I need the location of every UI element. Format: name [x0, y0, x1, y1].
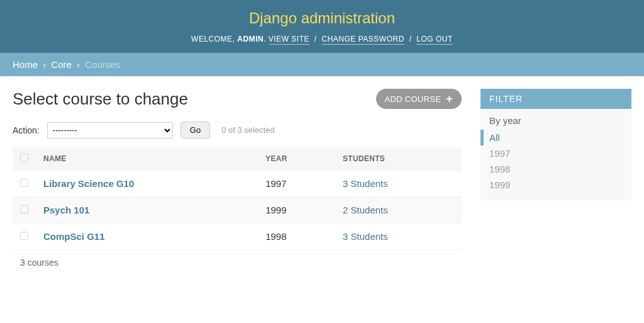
row-checkbox[interactable]: [20, 179, 28, 187]
breadcrumb-current: Courses: [85, 59, 120, 70]
add-button-label: ADD COURSE: [385, 94, 441, 104]
select-all-header: [13, 147, 36, 171]
row-name-cell: CompSci G11: [36, 224, 258, 250]
column-name[interactable]: NAME: [36, 147, 258, 171]
row-students-cell: 2 Students: [335, 197, 462, 224]
select-all-checkbox[interactable]: [20, 154, 28, 162]
course-name-link[interactable]: Psych 101: [43, 205, 89, 215]
change-password-link[interactable]: CHANGE PASSWORD: [322, 35, 404, 45]
row-checkbox[interactable]: [20, 205, 28, 213]
row-students-cell: 3 Students: [335, 224, 462, 250]
filter-list: All 1997 1998 1999: [480, 130, 631, 200]
content-header: Select course to change ADD COURSE +: [13, 89, 462, 109]
column-year[interactable]: YEAR: [258, 147, 335, 171]
content: Select course to change ADD COURSE + Act…: [0, 76, 644, 288]
welcome-text: WELCOME,: [191, 35, 235, 43]
sidebar: FILTER By year All 1997 1998 1999: [480, 89, 631, 275]
view-site-link[interactable]: VIEW SITE: [269, 35, 309, 45]
filter-item: 1997: [489, 145, 623, 161]
filter-link[interactable]: 1999: [489, 179, 510, 190]
go-button[interactable]: Go: [180, 122, 210, 139]
row-checkbox-cell: [13, 171, 36, 197]
table-row: Library Science G10 1997 3 Students: [13, 171, 462, 197]
table-row: Psych 101 1999 2 Students: [13, 197, 462, 224]
filter-link[interactable]: 1998: [489, 164, 510, 174]
username: ADMIN: [237, 35, 264, 43]
site-title: Django administration: [0, 9, 644, 27]
breadcrumb-arrow: ›: [77, 59, 80, 70]
filter-section-title: By year: [480, 109, 631, 130]
column-students[interactable]: STUDENTS: [335, 147, 462, 171]
row-students-cell: 3 Students: [335, 171, 462, 197]
breadcrumb: Home › Core › Courses: [0, 53, 644, 76]
students-link[interactable]: 3 Students: [343, 231, 388, 242]
breadcrumb-section[interactable]: Core: [51, 59, 72, 70]
row-year-cell: 1997: [258, 171, 335, 197]
row-checkbox-cell: [13, 197, 36, 224]
row-name-cell: Library Science G10: [36, 171, 258, 197]
table-row: CompSci G11 1998 3 Students: [13, 224, 462, 250]
main-column: Select course to change ADD COURSE + Act…: [13, 89, 462, 275]
row-checkbox[interactable]: [20, 232, 28, 240]
action-label: Action:: [13, 125, 40, 135]
filter-item: 1998: [489, 161, 623, 177]
filter-link[interactable]: 1997: [489, 148, 510, 159]
row-checkbox-cell: [13, 224, 36, 250]
course-name-link[interactable]: CompSci G11: [43, 231, 105, 242]
page-title: Select course to change: [13, 89, 188, 109]
separator: /: [409, 35, 412, 43]
selection-count: 0 of 3 selected: [221, 125, 275, 135]
filter-title: FILTER: [480, 89, 631, 109]
results-table: NAME YEAR STUDENTS Library Science G10 1…: [13, 147, 462, 250]
user-tools: WELCOME, ADMIN. VIEW SITE / CHANGE PASSW…: [0, 35, 644, 43]
table-header-row: NAME YEAR STUDENTS: [13, 147, 462, 171]
separator: /: [314, 35, 317, 43]
filter-panel: FILTER By year All 1997 1998 1999: [480, 89, 631, 200]
plus-icon: +: [446, 93, 453, 105]
add-course-button[interactable]: ADD COURSE +: [376, 89, 462, 109]
breadcrumb-home[interactable]: Home: [13, 59, 38, 70]
filter-item-all: All: [480, 130, 623, 145]
logout-link[interactable]: LOG OUT: [416, 35, 453, 45]
row-name-cell: Psych 101: [36, 197, 258, 224]
filter-item: 1999: [489, 177, 623, 193]
students-link[interactable]: 2 Students: [343, 205, 388, 215]
row-year-cell: 1999: [258, 197, 335, 224]
students-link[interactable]: 3 Students: [343, 178, 388, 189]
action-select[interactable]: ---------: [47, 122, 173, 139]
course-name-link[interactable]: Library Science G10: [43, 178, 134, 189]
actions-bar: Action: --------- Go 0 of 3 selected: [13, 122, 462, 139]
row-year-cell: 1998: [258, 224, 335, 250]
breadcrumb-arrow: ›: [43, 59, 46, 70]
admin-header: Django administration WELCOME, ADMIN. VI…: [0, 0, 644, 53]
filter-link[interactable]: All: [489, 132, 500, 143]
paginator: 3 courses: [13, 250, 462, 275]
